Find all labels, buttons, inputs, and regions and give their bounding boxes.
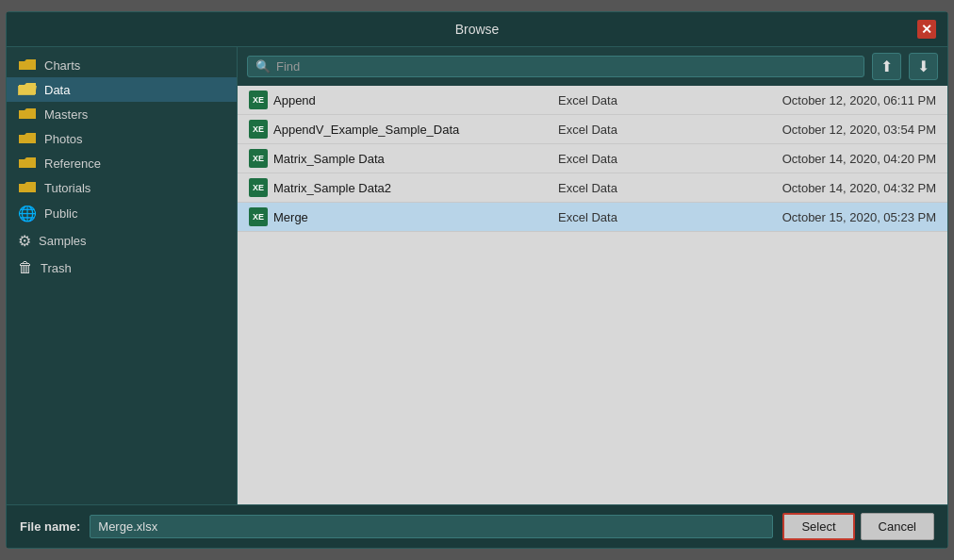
samples-icon: ⚙ [18, 232, 31, 250]
file-list: XE Append Excel Data October 12, 2020, 0… [238, 86, 947, 504]
cancel-button[interactable]: Cancel [861, 513, 934, 540]
file-name-input[interactable] [90, 515, 773, 538]
excel-icon: XE [249, 207, 268, 226]
tutorials-folder-icon [18, 180, 37, 195]
sidebar-item-label-public: Public [44, 206, 77, 221]
file-name-text: AppendV_Example_Sample_Data [273, 123, 459, 137]
sidebar-item-label-charts: Charts [44, 58, 80, 73]
search-icon: 🔍 [255, 59, 271, 74]
masters-folder-icon [18, 107, 37, 122]
file-row[interactable]: XE Append Excel Data October 12, 2020, 0… [238, 86, 947, 115]
file-date-cell: October 15, 2020, 05:23 PM [679, 210, 936, 224]
close-button[interactable]: ✕ [917, 20, 936, 39]
file-row[interactable]: XE AppendV_Example_Sample_Data Excel Dat… [238, 115, 947, 144]
main-area: 🔍 ⬆ ⬇ XE Append Excel Data October 12, 2… [238, 47, 947, 504]
file-type-cell: Excel Data [558, 181, 671, 195]
sidebar-item-samples[interactable]: ⚙Samples [7, 227, 237, 255]
file-type-cell: Excel Data [558, 123, 671, 137]
file-name-cell: XE Matrix_Sample Data2 [249, 178, 551, 197]
select-button[interactable]: Select [782, 513, 854, 540]
excel-icon: XE [249, 120, 268, 139]
sidebar-item-masters[interactable]: Masters [7, 102, 237, 126]
excel-icon: XE [249, 178, 268, 197]
sidebar-item-label-samples: Samples [39, 234, 87, 248]
sidebar-item-label-photos: Photos [44, 132, 82, 146]
browse-dialog: Browse ✕ Charts Data Masters Photos Refe… [6, 11, 948, 549]
sidebar-item-reference[interactable]: Reference [7, 151, 237, 175]
sidebar-item-label-data: Data [44, 83, 70, 97]
reference-folder-icon [18, 156, 37, 171]
public-icon: 🌐 [18, 205, 37, 222]
sidebar-item-charts[interactable]: Charts [7, 53, 237, 77]
sidebar-item-label-trash: Trash [41, 261, 72, 275]
dialog-title: Browse [37, 22, 917, 37]
search-input[interactable] [276, 59, 856, 74]
file-name-text: Append [273, 93, 316, 107]
toolbar: 🔍 ⬆ ⬇ [238, 47, 947, 86]
file-name-text: Merge [273, 210, 308, 224]
sidebar-item-trash[interactable]: 🗑Trash [7, 255, 237, 281]
photos-folder-icon [18, 131, 37, 146]
download-button[interactable]: ⬇ [909, 53, 938, 80]
footer: File name: Select Cancel [7, 504, 947, 548]
file-row[interactable]: XE Matrix_Sample Data2 Excel Data Octobe… [238, 173, 947, 203]
file-name-cell: XE Append [249, 91, 551, 109]
file-name-text: Matrix_Sample Data2 [273, 181, 391, 195]
file-type-cell: Excel Data [558, 93, 671, 107]
file-row[interactable]: XE Matrix_Sample Data Excel Data October… [238, 144, 947, 173]
sidebar-item-data[interactable]: Data [7, 77, 237, 102]
file-date-cell: October 12, 2020, 03:54 PM [679, 123, 936, 137]
excel-icon: XE [249, 149, 268, 168]
dialog-body: Charts Data Masters Photos Reference Tut… [7, 47, 947, 504]
trash-icon: 🗑 [18, 259, 33, 276]
file-type-cell: Excel Data [558, 152, 671, 166]
search-box: 🔍 [247, 56, 864, 77]
sidebar-item-tutorials[interactable]: Tutorials [7, 175, 237, 200]
file-date-cell: October 14, 2020, 04:20 PM [679, 152, 936, 166]
upload-button[interactable]: ⬆ [872, 53, 901, 80]
file-name-cell: XE Matrix_Sample Data [249, 149, 551, 168]
sidebar-item-photos[interactable]: Photos [7, 126, 237, 151]
sidebar-item-label-tutorials: Tutorials [44, 181, 90, 195]
file-row[interactable]: XE Merge Excel Data October 15, 2020, 05… [238, 203, 947, 232]
sidebar-item-label-masters: Masters [44, 107, 88, 122]
sidebar-item-public[interactable]: 🌐Public [7, 200, 237, 227]
footer-buttons: Select Cancel [782, 513, 934, 540]
file-date-cell: October 12, 2020, 06:11 PM [679, 93, 936, 107]
file-name-cell: XE AppendV_Example_Sample_Data [249, 120, 551, 139]
file-name-cell: XE Merge [249, 207, 551, 226]
charts-folder-icon [18, 58, 37, 73]
file-name-text: Matrix_Sample Data [273, 152, 385, 166]
sidebar-item-label-reference: Reference [44, 156, 101, 171]
title-bar: Browse ✕ [7, 12, 947, 47]
data-folder-icon [18, 82, 37, 97]
sidebar: Charts Data Masters Photos Reference Tut… [7, 47, 238, 504]
file-type-cell: Excel Data [558, 210, 671, 224]
file-date-cell: October 14, 2020, 04:32 PM [679, 181, 936, 195]
excel-icon: XE [249, 91, 268, 109]
file-name-label: File name: [20, 519, 80, 534]
